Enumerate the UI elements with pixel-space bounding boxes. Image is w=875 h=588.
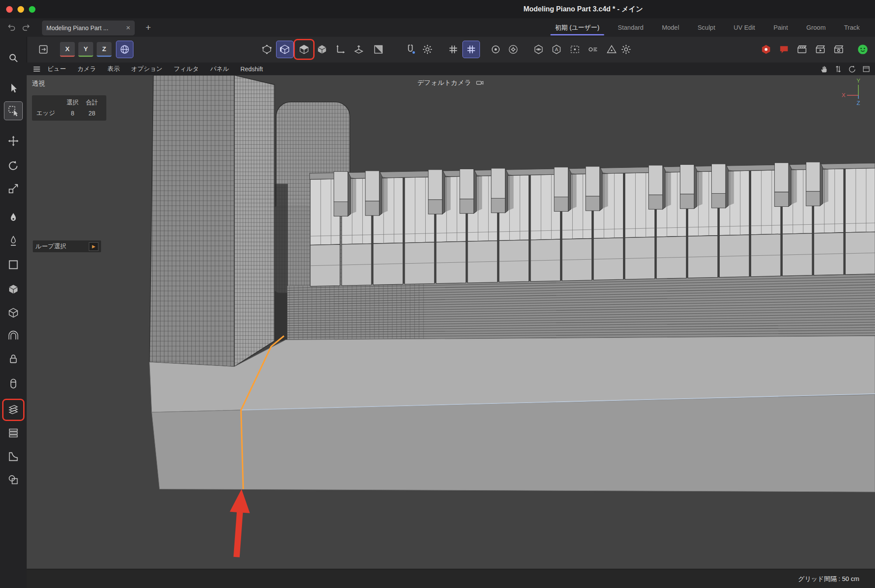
display-filter-icon[interactable] [584, 41, 602, 58]
viewport-menubar: ビュー カメラ 表示 オプション フィルタ パネル Redshift [27, 63, 875, 76]
layout-switcher: 初期 (ユーザー) Standard Model Sculpt UV Edit … [546, 18, 869, 37]
document-tab-label: Modeling Piano Part ... [46, 24, 123, 31]
workplane-icon[interactable] [350, 41, 368, 58]
rotate-view-icon[interactable] [848, 65, 857, 73]
dolly-view-icon[interactable] [834, 65, 843, 73]
viewport-menu-icon[interactable] [32, 64, 42, 74]
redshift-renderview-icon[interactable] [757, 41, 775, 58]
gizmo-z-label: Z [857, 100, 860, 106]
gizmo-y-label: Y [857, 77, 861, 84]
selection-header-total: 合計 [82, 99, 102, 107]
window-zoom-button[interactable] [29, 6, 35, 13]
bend-deformer-icon[interactable] [4, 326, 23, 345]
polygons-mode-icon[interactable] [295, 41, 313, 58]
render-settings-icon[interactable] [830, 41, 847, 58]
document-tab[interactable]: Modeling Piano Part ... × [42, 21, 135, 35]
annotation-icon[interactable] [548, 41, 565, 58]
cube-wire-icon[interactable] [4, 303, 23, 322]
bevel-tool-icon[interactable] [4, 447, 23, 466]
window-minimize-button[interactable] [18, 6, 24, 13]
texture-mode-icon[interactable] [370, 41, 387, 58]
menu-options[interactable]: オプション [126, 65, 168, 73]
window-close-button[interactable] [6, 6, 13, 13]
tab-close-icon[interactable]: × [126, 24, 130, 32]
quantize-grid-icon[interactable] [444, 41, 462, 58]
redo-icon[interactable] [21, 23, 31, 32]
axis-x-button[interactable]: X [60, 42, 75, 57]
undo-icon[interactable] [7, 23, 17, 32]
edges-mode-icon[interactable] [276, 41, 294, 58]
selection-info-panel: 選択 合計 エッジ 8 28 [32, 95, 106, 121]
layout-item-groom[interactable]: Groom [797, 18, 835, 37]
axis-z-button[interactable]: Z [97, 42, 112, 57]
keyframe-settings-icon[interactable] [504, 41, 522, 58]
status-bar: グリッド間隔 : 50 cm [27, 569, 875, 588]
window-title: Modeling Piano Part 3.c4d * - メイン [523, 0, 643, 18]
point-lock-icon[interactable] [4, 349, 23, 368]
menu-filter[interactable]: フィルタ [168, 65, 204, 73]
picture-viewer-icon[interactable] [793, 41, 811, 58]
new-tab-button[interactable]: + [143, 21, 154, 34]
axis-gizmo: Y X Z [833, 77, 868, 110]
layout-item-sculpt[interactable]: Sculpt [688, 18, 724, 37]
menu-panel[interactable]: パネル [205, 65, 235, 73]
selection-selected-count: 8 [63, 110, 82, 117]
snap-icon[interactable] [402, 41, 419, 58]
viewport-canvas[interactable] [27, 75, 875, 569]
maximize-view-icon[interactable] [862, 65, 871, 73]
rectangle-spline-icon[interactable] [4, 255, 23, 274]
loop-selection-row: ループ選択 ▶ [33, 240, 101, 252]
render-view-icon[interactable] [812, 41, 829, 58]
search-icon[interactable] [4, 49, 23, 67]
viewport-settings-icon[interactable] [617, 41, 635, 58]
viewport-solo-icon[interactable] [530, 41, 547, 58]
spline-pen-icon[interactable] [4, 232, 23, 251]
main-toolbar: X Y Z [27, 37, 875, 63]
capsule-tool-icon[interactable] [4, 374, 23, 393]
layout-item-paint[interactable]: Paint [764, 18, 797, 37]
layout-item-track[interactable]: Track [835, 18, 869, 37]
rotate-tool-icon[interactable] [4, 156, 23, 175]
model-mode-icon[interactable] [313, 41, 331, 58]
tabbar: Modeling Piano Part ... × + 初期 (ユーザー) St… [0, 18, 875, 37]
loop-selection-label: ループ選択 [35, 243, 89, 251]
loop-cut-icon[interactable] [4, 400, 23, 419]
pan-view-icon[interactable] [820, 65, 829, 73]
layout-item-uvedit[interactable]: UV Edit [724, 18, 764, 37]
recent-tool-icon[interactable] [35, 41, 52, 58]
status-smiley-icon[interactable] [854, 41, 872, 58]
points-mode-icon[interactable] [258, 41, 276, 58]
selection-row-label: エッジ [36, 109, 63, 117]
axis-y-button[interactable]: Y [78, 42, 93, 57]
select-tool-icon[interactable] [4, 79, 23, 97]
pen-tool-icon[interactable] [4, 209, 23, 227]
boole-tool-icon[interactable] [4, 470, 23, 489]
grid-spacing-label: グリッド間隔 : 50 cm [798, 569, 859, 588]
loop-selection-flyout-icon[interactable]: ▶ [89, 242, 98, 251]
render-region-icon[interactable] [566, 41, 584, 58]
camera-label[interactable]: デフォルトカメラ [417, 79, 471, 86]
layout-item-startup[interactable]: 初期 (ユーザー) [546, 18, 609, 37]
live-selection-icon[interactable] [4, 101, 23, 120]
menu-display[interactable]: 表示 [102, 65, 126, 73]
layout-item-standard[interactable]: Standard [609, 18, 653, 37]
menu-camera[interactable]: カメラ [72, 65, 102, 73]
camera-icon[interactable] [476, 79, 484, 86]
snap-settings-icon[interactable] [419, 41, 436, 58]
gizmo-x-label: X [842, 92, 846, 98]
cube-primitive-icon[interactable] [4, 280, 23, 299]
grid-snap-icon[interactable] [462, 41, 480, 58]
menu-redshift[interactable]: Redshift [235, 66, 269, 73]
menu-view[interactable]: ビュー [42, 65, 72, 73]
scale-tool-icon[interactable] [4, 179, 23, 198]
move-tool-icon[interactable] [4, 132, 23, 150]
redshift-ipr-icon[interactable] [775, 41, 793, 58]
array-tool-icon[interactable] [4, 424, 23, 442]
coordinate-system-icon[interactable] [116, 41, 133, 58]
selection-header-selected: 選択 [63, 99, 82, 107]
object-axis-icon[interactable] [332, 41, 349, 58]
layout-item-model[interactable]: Model [653, 18, 689, 37]
viewport: 透視 選択 合計 エッジ 8 28 ループ選択 ▶ デフォルトカメラ Y X Z [27, 75, 875, 569]
keyframe-target-icon[interactable] [487, 41, 504, 58]
left-toolbar [0, 37, 27, 588]
